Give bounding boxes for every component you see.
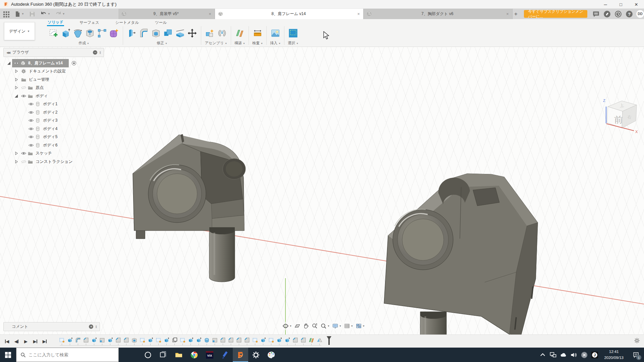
- visibility-on-icon[interactable]: [28, 110, 34, 115]
- fit-button[interactable]: ▼: [320, 322, 330, 329]
- new-component-button[interactable]: [205, 27, 215, 39]
- chamfer-feature[interactable]: [235, 337, 243, 345]
- visibility-off-icon[interactable]: [20, 160, 27, 164]
- document-tab[interactable]: 7、胸部ダクト v6×: [364, 9, 513, 19]
- tree-item[interactable]: ボディ5: [3, 133, 104, 141]
- pan-button[interactable]: [302, 322, 310, 329]
- fillet-feature[interactable]: [74, 337, 82, 345]
- job-status-button[interactable]: [603, 10, 611, 18]
- explorer-taskbar-button[interactable]: [171, 348, 186, 362]
- file-menu-button[interactable]: ▼: [14, 11, 24, 17]
- tree-item[interactable]: ボディ: [3, 92, 104, 100]
- skip-start-button[interactable]: ◀: [3, 338, 11, 345]
- chamfer-feature[interactable]: [219, 337, 227, 345]
- tree-item[interactable]: 8、肩フレーム v14: [3, 59, 104, 67]
- revolve-button[interactable]: [72, 27, 83, 39]
- extrude-feature[interactable]: [90, 337, 98, 345]
- ribbon-tab-ソリッド[interactable]: ソリッド: [47, 19, 64, 26]
- visibility-on-icon[interactable]: [28, 143, 34, 147]
- chamfer-feature[interactable]: [299, 337, 307, 345]
- activate-component-radio-icon[interactable]: [71, 61, 77, 66]
- mirror-feature[interactable]: [315, 337, 323, 345]
- box-feature[interactable]: [211, 337, 219, 345]
- combine-button[interactable]: [163, 27, 173, 39]
- display-settings-button[interactable]: ▼: [331, 322, 342, 329]
- chevron-up-tray-button[interactable]: [539, 351, 546, 359]
- visibility-on-icon[interactable]: [28, 118, 34, 123]
- collapse-panel-icon[interactable]: ◀◀: [6, 51, 10, 54]
- construction-plane-button[interactable]: [234, 27, 245, 39]
- revolve-feature[interactable]: [203, 337, 211, 345]
- sketch-feature[interactable]: [267, 337, 275, 345]
- network-tray-button[interactable]: [549, 351, 557, 359]
- ribbon-group-label[interactable]: 構築 ▼: [234, 41, 245, 46]
- extrude-feature[interactable]: [186, 337, 195, 345]
- chamfer-feature[interactable]: [227, 337, 235, 345]
- ribbon-group-label[interactable]: 選択 ▼: [288, 41, 299, 46]
- task-view-taskbar-button[interactable]: [156, 348, 171, 362]
- paint-3d-taskbar-button[interactable]: [264, 348, 279, 362]
- split-body-button[interactable]: [175, 27, 185, 39]
- sketch-feature[interactable]: [138, 337, 146, 345]
- play-button[interactable]: ▶: [22, 338, 30, 345]
- collapse-circle-icon[interactable]: −: [93, 50, 97, 55]
- extrude-feature[interactable]: [162, 337, 170, 345]
- vix-taskbar-button[interactable]: ViX: [202, 348, 217, 362]
- ribbon-group-label[interactable]: 作成 ▼: [78, 41, 89, 46]
- visibility-on-icon[interactable]: [28, 102, 34, 106]
- sketch-feature[interactable]: [154, 337, 162, 345]
- ribbon-group-label[interactable]: 挿入 ▼: [270, 41, 281, 46]
- step-forward-button[interactable]: ▶: [32, 338, 39, 345]
- zoom-button[interactable]: [311, 322, 319, 329]
- tree-item[interactable]: ボディ6: [3, 141, 104, 149]
- visibility-on-icon[interactable]: [28, 127, 34, 131]
- new-document-tab-button[interactable]: +: [513, 9, 519, 19]
- ribbon-tab-サーフェス[interactable]: サーフェス: [79, 19, 100, 26]
- viewcube-top-label[interactable]: 上: [619, 103, 624, 108]
- close-tab-icon[interactable]: ×: [506, 11, 509, 16]
- shell-feature[interactable]: [130, 337, 138, 345]
- grid-settings-button[interactable]: ▼: [343, 322, 354, 329]
- subscribe-button[interactable]: 今すぐサブスクリプションメンバーに...: [524, 10, 587, 18]
- close-circle-tray-button[interactable]: [581, 351, 588, 359]
- onedrive-tray-button[interactable]: [560, 351, 567, 359]
- chamfer-feature[interactable]: [122, 337, 130, 345]
- ribbon-group-label[interactable]: 検査 ▼: [252, 41, 263, 46]
- volume-tray-button[interactable]: [570, 351, 578, 359]
- chrome-taskbar-button[interactable]: [186, 348, 202, 362]
- tree-item[interactable]: ビュー管理: [3, 75, 104, 84]
- close-button[interactable]: ✕: [629, 0, 644, 9]
- insert-image-button[interactable]: [270, 27, 281, 39]
- pen-app-taskbar-button[interactable]: [217, 348, 233, 362]
- expand-arrow-icon[interactable]: [13, 85, 19, 90]
- tree-item[interactable]: コンストラクション: [3, 158, 104, 166]
- expand-arrow-icon[interactable]: [13, 151, 19, 156]
- expand-arrow-icon[interactable]: [13, 69, 19, 74]
- extrude-feature[interactable]: [146, 337, 154, 345]
- form-button[interactable]: [109, 27, 119, 39]
- sketch-feature[interactable]: [58, 337, 66, 345]
- sketch-feature[interactable]: [178, 337, 186, 345]
- collapse-arrow-icon[interactable]: [5, 61, 12, 66]
- notification-center-button[interactable]: 1: [629, 348, 643, 362]
- clock-history-button[interactable]: [614, 10, 622, 18]
- expand-arrow-icon[interactable]: [13, 77, 19, 82]
- chamfer-feature[interactable]: [291, 337, 299, 345]
- chamfer-feature[interactable]: [114, 337, 122, 345]
- extrude-feature[interactable]: [195, 337, 203, 345]
- visibility-on-icon[interactable]: [20, 151, 27, 156]
- help-button[interactable]: ?: [625, 10, 633, 18]
- tree-item[interactable]: スケッチ: [3, 149, 104, 158]
- tree-item[interactable]: ボディ4: [3, 125, 104, 133]
- taskbar-search[interactable]: [16, 348, 119, 362]
- orbit-button[interactable]: ▼: [282, 322, 292, 329]
- extrude-feature[interactable]: [106, 337, 114, 345]
- shell-button[interactable]: [151, 27, 161, 39]
- measure-button[interactable]: [252, 27, 263, 39]
- tree-item[interactable]: ボディ2: [3, 108, 104, 117]
- model-body-right[interactable]: [381, 172, 542, 335]
- create-sketch-button[interactable]: [48, 27, 59, 39]
- timeline-settings-gear-icon[interactable]: [634, 338, 640, 344]
- model-canvas[interactable]: 前 上 右 Z X ◀◀ ブラウザ − ‖ 8、肩フレーム v14ドキュメントの…: [0, 47, 644, 335]
- sketch-feature[interactable]: [251, 337, 259, 345]
